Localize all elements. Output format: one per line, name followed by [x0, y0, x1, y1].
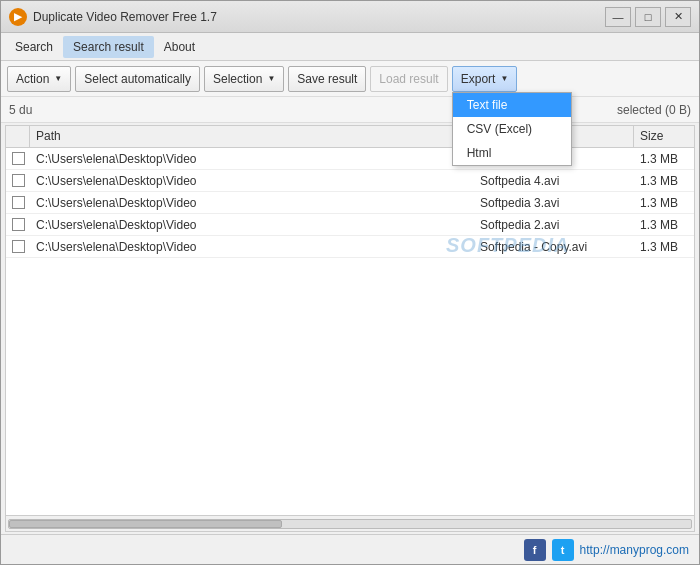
- checkbox-2[interactable]: [12, 196, 25, 209]
- row-checkbox-3[interactable]: [6, 218, 30, 231]
- row-size-2: 1.3 MB: [634, 194, 694, 212]
- menu-bar: Search Search result About: [1, 33, 699, 61]
- table-header: Path Size: [6, 126, 694, 148]
- checkbox-3[interactable]: [12, 218, 25, 231]
- select-automatically-button[interactable]: Select automatically: [75, 66, 200, 92]
- row-name-4: Softpedia - Copy.avi: [474, 238, 634, 256]
- row-name-1: Softpedia 4.avi: [474, 172, 634, 190]
- row-checkbox-2[interactable]: [6, 196, 30, 209]
- row-name-3: Softpedia 2.avi: [474, 216, 634, 234]
- window-title: Duplicate Video Remover Free 1.7: [33, 10, 605, 24]
- export-dropdown-container: Export ▼ Text file CSV (Excel) Html: [452, 66, 518, 92]
- row-checkbox-1[interactable]: [6, 174, 30, 187]
- export-dropdown-menu: Text file CSV (Excel) Html: [452, 92, 572, 166]
- row-path-3: C:\Users\elena\Desktop\Video: [30, 216, 474, 234]
- action-arrow-icon: ▼: [54, 74, 62, 83]
- main-window: ▶ Duplicate Video Remover Free 1.7 — □ ✕…: [0, 0, 700, 565]
- row-checkbox-0[interactable]: [6, 152, 30, 165]
- toolbar: Action ▼ Select automatically Selection …: [1, 61, 699, 97]
- twitter-icon[interactable]: t: [552, 539, 574, 561]
- header-check: [6, 126, 30, 147]
- checkbox-0[interactable]: [12, 152, 25, 165]
- row-path-2: C:\Users\elena\Desktop\Video: [30, 194, 474, 212]
- results-table-container: SOFTPEDIA Path Size C:\Users\elena\Deskt…: [5, 125, 695, 532]
- duplicates-count: 5 du: [9, 103, 32, 117]
- footer-bar: f t http://manyprog.com: [1, 534, 699, 564]
- save-result-button[interactable]: Save result: [288, 66, 366, 92]
- table-row: C:\Users\elena\Desktop\Video Softpedia 4…: [6, 170, 694, 192]
- menu-search-result[interactable]: Search result: [63, 36, 154, 58]
- row-name-2: Softpedia 3.avi: [474, 194, 634, 212]
- app-icon: ▶: [9, 8, 27, 26]
- load-result-button[interactable]: Load result: [370, 66, 447, 92]
- table-row: C:\Users\elena\Desktop\Video Softpedia 3…: [6, 192, 694, 214]
- scrollbar-thumb[interactable]: [9, 520, 282, 528]
- action-button[interactable]: Action ▼: [7, 66, 71, 92]
- menu-search[interactable]: Search: [5, 36, 63, 58]
- horizontal-scrollbar[interactable]: [6, 515, 694, 531]
- close-button[interactable]: ✕: [665, 7, 691, 27]
- table-row: C:\Users\elena\Desktop\Video Softpedia 5…: [6, 148, 694, 170]
- selected-info: selected (0 B): [617, 103, 691, 117]
- row-path-4: C:\Users\elena\Desktop\Video: [30, 238, 474, 256]
- checkbox-1[interactable]: [12, 174, 25, 187]
- selection-arrow-icon: ▼: [267, 74, 275, 83]
- selection-button[interactable]: Selection ▼: [204, 66, 284, 92]
- title-bar: ▶ Duplicate Video Remover Free 1.7 — □ ✕: [1, 1, 699, 33]
- table-row: C:\Users\elena\Desktop\Video Softpedia 2…: [6, 214, 694, 236]
- status-bar: 5 du selected (0 B): [1, 97, 699, 123]
- row-size-0: 1.3 MB: [634, 150, 694, 168]
- table-row: C:\Users\elena\Desktop\Video Softpedia -…: [6, 236, 694, 258]
- scrollbar-track[interactable]: [8, 519, 692, 529]
- row-checkbox-4[interactable]: [6, 240, 30, 253]
- export-arrow-icon: ▼: [500, 74, 508, 83]
- row-size-4: 1.3 MB: [634, 238, 694, 256]
- export-csv[interactable]: CSV (Excel): [453, 117, 571, 141]
- menu-about[interactable]: About: [154, 36, 205, 58]
- row-path-1: C:\Users\elena\Desktop\Video: [30, 172, 474, 190]
- checkbox-4[interactable]: [12, 240, 25, 253]
- export-html[interactable]: Html: [453, 141, 571, 165]
- window-controls: — □ ✕: [605, 7, 691, 27]
- maximize-button[interactable]: □: [635, 7, 661, 27]
- website-link[interactable]: http://manyprog.com: [580, 543, 689, 557]
- row-size-1: 1.3 MB: [634, 172, 694, 190]
- header-size: Size: [634, 126, 694, 147]
- row-path-0: C:\Users\elena\Desktop\Video: [30, 150, 474, 168]
- header-path: Path: [30, 126, 474, 147]
- row-size-3: 1.3 MB: [634, 216, 694, 234]
- export-text-file[interactable]: Text file: [453, 93, 571, 117]
- table-body: C:\Users\elena\Desktop\Video Softpedia 5…: [6, 148, 694, 515]
- facebook-icon[interactable]: f: [524, 539, 546, 561]
- export-button[interactable]: Export ▼: [452, 66, 518, 92]
- minimize-button[interactable]: —: [605, 7, 631, 27]
